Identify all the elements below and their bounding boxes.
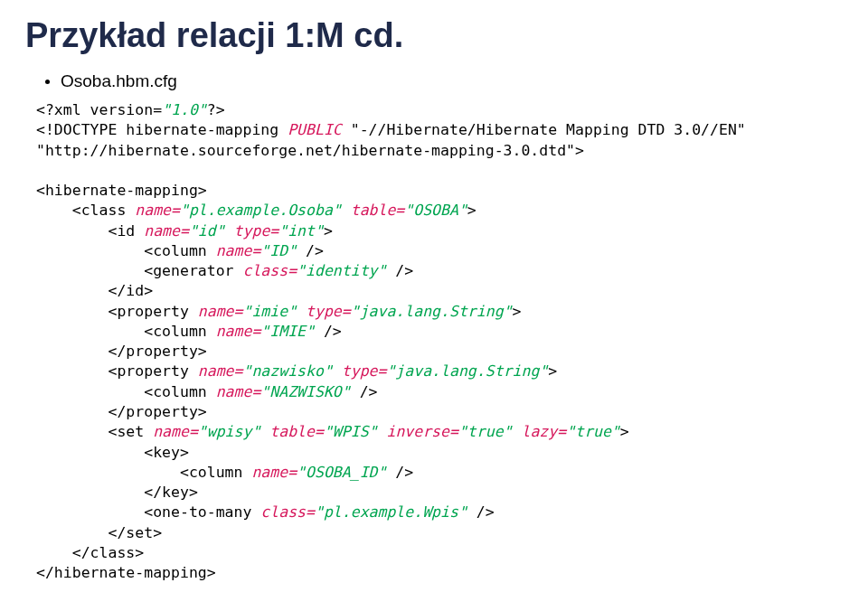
code-line: </property> bbox=[36, 402, 843, 422]
code-line: </property> bbox=[36, 342, 843, 362]
code-line: <property name="imie" type="java.lang.St… bbox=[36, 302, 843, 322]
code-line: <id name="id" type="int"> bbox=[36, 221, 843, 241]
code-line: </set> bbox=[36, 523, 843, 543]
code-line: <property name="nazwisko" type="java.lan… bbox=[36, 362, 843, 381]
code-line: <class name="pl.example.Osoba" table="OS… bbox=[36, 201, 843, 221]
filename-label: Osoba.hbm.cfg bbox=[61, 71, 177, 91]
slide-title: Przykład relacji 1:M cd. bbox=[25, 16, 843, 55]
bullet-icon bbox=[45, 80, 50, 84]
code-line: <one-to-many class="pl.example.Wpis" /> bbox=[36, 503, 843, 522]
code-line: <?xml version="1.0"?> bbox=[36, 100, 843, 120]
code-line: </class> bbox=[36, 543, 843, 563]
code-line: <!DOCTYPE hibernate-mapping PUBLIC "-//H… bbox=[36, 120, 843, 140]
code-line bbox=[36, 161, 843, 181]
filename-line: Osoba.hbm.cfg bbox=[45, 71, 843, 91]
code-line: <hibernate-mapping> bbox=[36, 181, 843, 201]
code-line: <column name="IMIE" /> bbox=[36, 322, 843, 342]
code-line: <set name="wpisy" table="WPIS" inverse="… bbox=[36, 422, 843, 442]
code-line: <key> bbox=[36, 443, 843, 463]
code-line: </id> bbox=[36, 281, 843, 301]
code-line: <column name="OSOBA_ID" /> bbox=[36, 463, 843, 483]
code-line: <column name="NAZWISKO" /> bbox=[36, 382, 843, 402]
code-line: </key> bbox=[36, 483, 843, 503]
code-line: "http://hibernate.sourceforge.net/hibern… bbox=[36, 141, 843, 161]
code-block: <?xml version="1.0"?><!DOCTYPE hibernate… bbox=[36, 100, 843, 583]
code-line: <column name="ID" /> bbox=[36, 241, 843, 261]
code-line: <generator class="identity" /> bbox=[36, 261, 843, 281]
code-line: </hibernate-mapping> bbox=[36, 563, 843, 583]
